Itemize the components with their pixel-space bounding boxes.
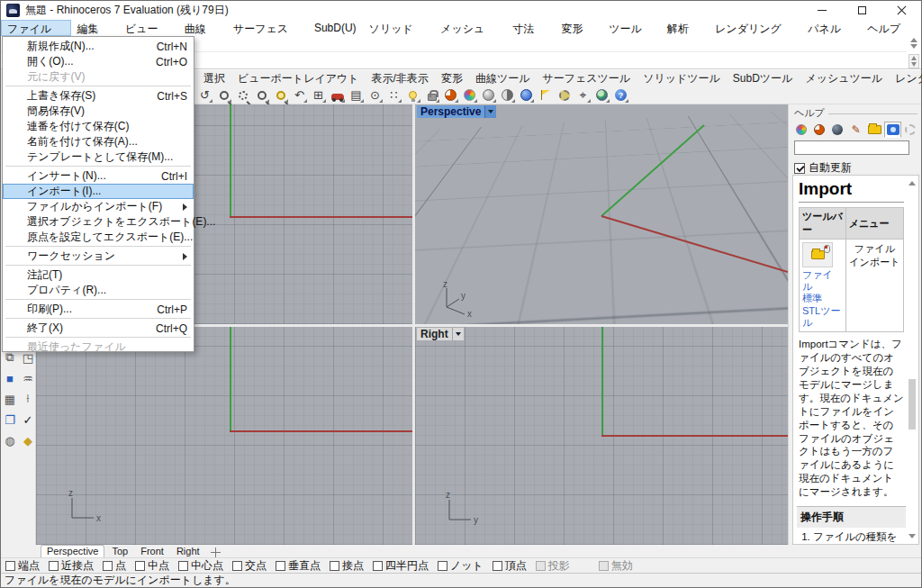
tab-subd-tools[interactable]: SubDツール xyxy=(727,70,800,87)
tab-render-tools[interactable]: レンダリングツール xyxy=(889,70,922,87)
menu-dimension[interactable]: 寸法(D) xyxy=(506,20,555,36)
osnap-point[interactable]: 点 xyxy=(103,558,126,574)
viewport-dropdown-icon[interactable] xyxy=(484,105,496,118)
flag-icon[interactable] xyxy=(537,87,554,104)
menu-item-notes[interactable]: 注記(T) xyxy=(3,267,194,283)
menu-curve[interactable]: 曲線(C) xyxy=(178,20,227,36)
osnap-vertex[interactable]: 頂点 xyxy=(493,558,527,574)
menu-analyze[interactable]: 解析(A) xyxy=(661,20,709,36)
menu-solid[interactable]: ソリッド(O) xyxy=(363,20,435,36)
command-scrollbar[interactable] xyxy=(908,38,919,68)
menu-item-insert[interactable]: インサート(N)...Ctrl+I xyxy=(3,168,194,184)
menu-item-import[interactable]: インポート(I)... xyxy=(3,184,194,199)
panel-tab-materials[interactable]: ✎ xyxy=(847,122,864,138)
minimize-button[interactable] xyxy=(802,1,842,20)
menu-mesh[interactable]: メッシュ(M) xyxy=(434,20,506,36)
osnap-center[interactable]: 中心点 xyxy=(178,558,223,574)
menu-edit[interactable]: 編集(E) xyxy=(71,20,119,36)
cone-icon[interactable]: ◆ xyxy=(20,432,36,448)
menu-item-save-as-template[interactable]: テンプレートとして保存(M)... xyxy=(3,149,194,165)
viewport-layout-icon[interactable]: ⊞ xyxy=(310,87,327,104)
osnap-knot[interactable]: ノット xyxy=(438,558,484,574)
osnap-intersection[interactable]: 交点 xyxy=(232,558,267,574)
scale-icon[interactable]: ⟊ xyxy=(20,391,36,407)
color-wheel-icon[interactable] xyxy=(461,87,478,104)
array-icon[interactable]: ♒ xyxy=(20,370,36,386)
menu-item-save[interactable]: 上書き保存(S)Ctrl+S xyxy=(3,88,194,104)
viewport-front[interactable]: z x xyxy=(36,327,412,545)
osnap-perpendicular[interactable]: 垂直点 xyxy=(276,558,321,574)
vtab-right[interactable]: Right xyxy=(171,546,205,557)
osnap-disable[interactable]: 無効 xyxy=(599,558,633,574)
plan-view-icon[interactable]: ▤ xyxy=(348,87,365,104)
viewport-label-right[interactable]: Right xyxy=(417,328,464,340)
osnap-tangent[interactable]: 接点 xyxy=(330,558,364,574)
undo-view-icon[interactable]: ↶ xyxy=(291,87,308,104)
menu-item-open[interactable]: 開く(O)...Ctrl+O xyxy=(3,54,194,69)
grid-array-icon[interactable]: ▦ xyxy=(2,391,18,407)
menu-tools[interactable]: ツール(L) xyxy=(602,20,661,36)
half-sphere-icon[interactable] xyxy=(499,87,516,104)
help-scrollbar[interactable] xyxy=(907,179,917,540)
link-standard[interactable]: 標準 xyxy=(802,293,843,304)
menu-transform[interactable]: 変形(T) xyxy=(555,20,602,36)
panel-tab-help[interactable] xyxy=(884,122,901,138)
viewport-right[interactable]: Right z y xyxy=(415,327,788,545)
blue-sphere-icon[interactable] xyxy=(518,87,535,104)
solids-icon[interactable]: ◍ xyxy=(2,432,18,448)
tab-solid-tools[interactable]: ソリッドツール xyxy=(637,70,727,87)
menu-surface[interactable]: サーフェス(S) xyxy=(227,20,308,36)
menu-help[interactable]: ヘルプ(H) xyxy=(861,20,921,36)
link-stl-tools[interactable]: STLツール xyxy=(802,305,843,329)
cplane-icon[interactable]: ⌖ xyxy=(574,87,592,104)
zoom-icon[interactable] xyxy=(215,87,232,104)
circle-icon[interactable]: ⊙ xyxy=(366,87,384,104)
menu-item-worksession[interactable]: ワークセッション xyxy=(3,249,194,264)
vtab-top[interactable]: Top xyxy=(106,546,133,557)
menu-item-properties[interactable]: プロパティ(R)... xyxy=(3,283,194,298)
close-button[interactable] xyxy=(881,1,921,20)
osnap-near[interactable]: 近接点 xyxy=(49,558,94,574)
help-icon[interactable] xyxy=(612,87,629,104)
panel-gear-icon[interactable] xyxy=(905,124,916,135)
lock-icon[interactable] xyxy=(423,87,440,104)
menu-item-incremental-save[interactable]: 連番を付けて保存(C) xyxy=(3,119,194,134)
menu-item-export-with-origin[interactable]: 原点を設定してエクスポート(E)... xyxy=(3,230,194,245)
menu-panels[interactable]: パネル(P) xyxy=(801,20,861,36)
vtab-perspective[interactable]: Perspective xyxy=(41,545,104,557)
menu-render[interactable]: レンダリング(R) xyxy=(709,20,801,36)
menu-item-export-selected[interactable]: 選択オブジェクトをエクスポート(E)... xyxy=(3,214,194,230)
orbit-icon[interactable]: ↺ xyxy=(196,87,213,104)
earth-icon[interactable] xyxy=(593,87,610,104)
command-spinner[interactable] xyxy=(908,54,919,68)
auto-update-checkbox[interactable] xyxy=(794,163,805,174)
sphere-icon[interactable] xyxy=(480,87,497,104)
tab-visibility[interactable]: 表示/非表示 xyxy=(366,70,435,87)
tab-surface-tools[interactable]: サーフェスツール xyxy=(536,70,637,87)
menu-item-save-as[interactable]: 名前を付けて保存(A)... xyxy=(3,134,194,149)
zoom-window-icon[interactable] xyxy=(253,87,270,104)
cube-icon[interactable]: ■ xyxy=(2,370,18,386)
menu-item-import-from-file[interactable]: ファイルからインポート(F) xyxy=(3,199,194,214)
tab-mesh-tools[interactable]: メッシュツール xyxy=(799,70,889,87)
tab-viewport-layout[interactable]: ビューポートレイアウト xyxy=(231,70,366,87)
panel-tab-display[interactable] xyxy=(792,122,809,138)
zoom-selected-icon[interactable] xyxy=(272,87,289,104)
menu-item-save-small[interactable]: 簡易保存(V) xyxy=(3,104,194,119)
panel-tab-explorer[interactable] xyxy=(865,122,882,138)
panel-tab-layers[interactable] xyxy=(810,122,827,138)
menu-subd[interactable]: SubD(U) xyxy=(308,20,363,36)
osnap-end[interactable]: 端点 xyxy=(5,558,40,574)
display-mode-icon[interactable] xyxy=(329,87,346,104)
copy-icon[interactable]: ❐ xyxy=(2,412,18,428)
scrollbar-thumb[interactable] xyxy=(908,379,916,430)
viewport-dropdown-icon[interactable] xyxy=(452,328,464,340)
panel-tab-render[interactable] xyxy=(829,122,846,138)
tab-select[interactable]: 選択 xyxy=(197,70,231,87)
osnap-project[interactable]: 投影 xyxy=(536,558,570,574)
viewport-perspective[interactable]: Perspective z y x xyxy=(415,104,788,324)
lamp-icon[interactable] xyxy=(404,87,421,104)
tab-transform[interactable]: 変形 xyxy=(435,70,469,87)
menu-view[interactable]: ビュー(V) xyxy=(119,20,178,36)
maximize-button[interactable] xyxy=(842,1,881,20)
